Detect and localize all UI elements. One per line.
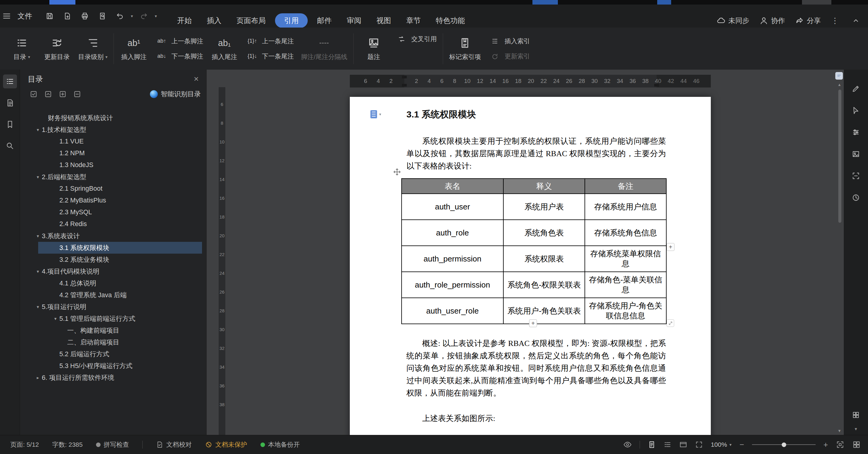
toc-item[interactable]: 一、构建前端项目 <box>20 324 206 336</box>
scroll-up-icon[interactable]: ▲ <box>837 82 841 87</box>
window-tab[interactable] <box>657 0 671 4</box>
insert-index-button[interactable]: 插入索引 <box>488 36 530 46</box>
toc-item[interactable]: 3.1 系统权限模块 <box>20 242 206 254</box>
zoom-in-icon[interactable]: + <box>824 440 828 450</box>
document-page[interactable]: ▾ 3.1 系统权限模块 系统权限模块主要用于控制系统的权限认证，系统用户能访问… <box>350 97 711 435</box>
first-line-indent-marker[interactable] <box>402 76 407 78</box>
file-menu[interactable]: 文件 <box>18 11 32 21</box>
collaborate-button[interactable]: 协作 <box>760 16 785 25</box>
new-document-icon[interactable] <box>61 9 74 23</box>
toc-panel-toggle-icon[interactable] <box>3 74 17 88</box>
permission-table[interactable]: 表名 释义 备注 auth_user 系统用户表 存储系统用户信息 <box>401 178 666 324</box>
toc-item[interactable]: 1.1 VUE <box>20 136 206 148</box>
table-cell-name[interactable]: auth_role_permission <box>402 272 503 298</box>
zoom-level[interactable]: 100% ▾ <box>711 441 732 448</box>
zoom-slider-thumb[interactable] <box>782 443 786 447</box>
chevron-icon[interactable]: ▸ <box>34 375 42 381</box>
table-header-cell[interactable]: 释义 <box>503 179 585 194</box>
window-tab[interactable] <box>532 0 558 4</box>
zoom-slider[interactable] <box>752 442 816 448</box>
expand-item-icon[interactable] <box>58 90 67 99</box>
toc-item[interactable]: 1.3 NodeJS <box>20 159 206 171</box>
chevron-icon[interactable]: ▾ <box>34 174 42 180</box>
outline-panel-icon[interactable] <box>3 96 17 110</box>
image-panel-icon[interactable] <box>849 147 863 161</box>
spellcheck-status[interactable]: 拼写检查 <box>96 441 129 449</box>
page-view-icon[interactable] <box>648 441 656 449</box>
scan-ocr-icon[interactable] <box>849 169 863 183</box>
collapse-all-icon[interactable] <box>43 90 53 99</box>
table-cell-note[interactable]: 存储系统用户信息 <box>585 194 666 220</box>
mark-index-button[interactable]: 标记索引项 <box>445 31 485 67</box>
web-view-icon[interactable] <box>679 441 687 449</box>
select-cursor-icon[interactable] <box>849 103 863 118</box>
ruler-toggle-icon[interactable] <box>835 72 843 79</box>
word-count[interactable]: 字数: 2385 <box>52 441 83 449</box>
table-cell-name[interactable]: auth_role <box>402 220 503 246</box>
save-icon[interactable] <box>43 9 56 23</box>
table-cell-note[interactable]: 存储系统用户-角色关联信息信息 <box>585 298 666 324</box>
toc-item[interactable]: 2.2 MyBatisPlus <box>20 195 206 206</box>
insert-footnote-button[interactable]: ab¹ 插入脚注 <box>116 31 151 67</box>
table-cell-meaning[interactable]: 系统用户表 <box>503 194 585 220</box>
insert-endnote-button[interactable]: ab₁ 插入尾注 <box>207 31 242 67</box>
smart-recognize-toc-button[interactable]: 智能识别目录 <box>150 90 201 99</box>
window-tab[interactable] <box>802 0 831 4</box>
properties-sliders-icon[interactable] <box>849 125 863 139</box>
pages-grid-icon[interactable] <box>852 441 861 449</box>
share-button[interactable]: 分享 <box>795 16 821 25</box>
window-tab[interactable] <box>50 0 75 4</box>
redo-icon[interactable] <box>137 9 151 23</box>
scroll-down-icon[interactable]: ▼ <box>854 427 858 431</box>
undo-dropdown-icon[interactable]: ▾ <box>131 13 133 19</box>
select-all-checkbox-icon[interactable] <box>29 90 38 99</box>
table-move-handle[interactable] <box>393 168 401 176</box>
toc-item[interactable]: 2.1 SpringBoot <box>20 183 206 195</box>
backup-status[interactable]: 本地备份开 <box>260 441 300 449</box>
table-cell-name[interactable]: auth_user <box>402 194 503 220</box>
toc-level-button[interactable]: 目录级别▾ <box>74 31 111 67</box>
table-cell-note[interactable]: 存储角色-菜单关联信息 <box>585 272 666 298</box>
chevron-icon[interactable]: ▾ <box>34 304 42 310</box>
print-icon[interactable] <box>78 9 91 23</box>
close-icon[interactable]: × <box>191 74 202 84</box>
prev-endnote-button[interactable]: {1}↑ 上一条尾注 <box>246 36 294 46</box>
toc-item[interactable]: 财务报销系统系统设计 <box>20 112 206 124</box>
table-cell-meaning[interactable]: 系统用户-角色关联表 <box>503 298 585 324</box>
more-options-icon[interactable]: ⋮ <box>831 16 839 25</box>
update-toc-button[interactable]: 更新目录 <box>39 31 74 67</box>
table-cell-name[interactable]: auth_permission <box>402 246 503 272</box>
toc-item[interactable]: ▾ 5.1 管理后端前端运行方式 <box>20 313 206 324</box>
fullscreen-icon[interactable] <box>836 441 844 449</box>
fit-window-icon[interactable] <box>695 441 703 449</box>
scroll-down-icon[interactable]: ▼ <box>837 429 841 433</box>
table-resize-handle[interactable] <box>666 319 674 327</box>
next-endnote-button[interactable]: {1}↓ 下一条尾注 <box>246 51 294 61</box>
zoom-out-icon[interactable]: − <box>740 440 744 450</box>
cross-reference-button[interactable]: 交叉引用 <box>395 34 437 44</box>
table-cell-note[interactable]: 存储系统菜单权限信息 <box>585 246 666 272</box>
outline-view-icon[interactable] <box>663 441 672 449</box>
toc-item[interactable]: 4.1 总体说明 <box>20 277 206 289</box>
bookmark-panel-icon[interactable] <box>3 118 17 131</box>
toc-item[interactable]: ▾ 1.技术框架选型 <box>20 124 206 136</box>
toc-item[interactable]: 5.3 H5/小程序端运行方式 <box>20 360 206 372</box>
table-cell-name[interactable]: auth_user_role <box>402 298 503 324</box>
toc-item[interactable]: 5.2 后端运行方式 <box>20 348 206 360</box>
chevron-icon[interactable]: ▾ <box>34 127 42 133</box>
print-preview-icon[interactable] <box>96 9 109 23</box>
table-cell-meaning[interactable]: 系统权限表 <box>503 246 585 272</box>
page-indicator[interactable]: 页面: 5/12 <box>10 441 39 449</box>
pen-edit-icon[interactable] <box>849 82 863 96</box>
left-indent-marker[interactable] <box>402 84 407 87</box>
protection-status[interactable]: 文档未保护 <box>205 441 247 449</box>
toc-item[interactable]: 4.2 管理系统 Java 后端 <box>20 289 206 301</box>
toc-item[interactable]: 2.3 MySQL <box>20 206 206 218</box>
prev-footnote-button[interactable]: ab↑ 上一条脚注 <box>155 36 203 46</box>
toc-item[interactable]: ▾ 3.系统表设计 <box>20 230 206 242</box>
ribbon-tab[interactable]: 引用 <box>275 13 308 28</box>
add-row-button[interactable]: + <box>529 319 537 327</box>
caption-button[interactable]: 题注 <box>356 31 391 67</box>
chevron-icon[interactable]: ▾ <box>34 269 42 274</box>
apps-grid-icon[interactable] <box>849 408 863 422</box>
